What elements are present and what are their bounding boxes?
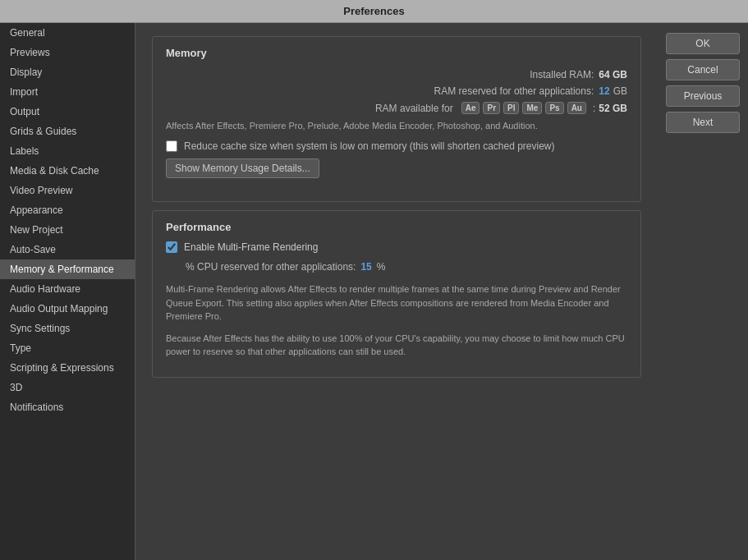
sidebar-item-sync-settings[interactable]: Sync Settings [0, 319, 135, 338]
badge-ps: Ps [545, 102, 563, 114]
sidebar-item-notifications[interactable]: Notifications [0, 397, 135, 417]
sidebar-item-video-preview[interactable]: Video Preview [0, 181, 135, 200]
performance-section-title: Performance [166, 221, 627, 233]
title-bar: Preferences [0, 0, 748, 23]
cpu-reserved-value[interactable]: 15 [360, 261, 371, 273]
installed-ram-row: Installed RAM: 64 GB [166, 69, 627, 80]
sidebar-item-labels[interactable]: Labels [0, 141, 135, 161]
ram-available-label: RAM available for [375, 103, 453, 114]
title-text: Preferences [343, 5, 404, 17]
badge-me: Me [522, 102, 542, 114]
show-memory-button[interactable]: Show Memory Usage Details... [166, 158, 319, 178]
sidebar-item-new-project[interactable]: New Project [0, 220, 135, 240]
memory-panel: Memory Installed RAM: 64 GB RAM reserved… [152, 36, 641, 202]
badge-pl: Pl [503, 102, 519, 114]
sidebar-item-memory-performance[interactable]: Memory & Performance [0, 259, 135, 279]
sidebar-item-audio-hardware[interactable]: Audio Hardware [0, 279, 135, 299]
enable-mfr-checkbox[interactable] [166, 241, 177, 253]
sidebar-item-import[interactable]: Import [0, 82, 135, 102]
affects-text: Affects After Effects, Premiere Pro, Pre… [166, 121, 627, 131]
content-area: Memory Installed RAM: 64 GB RAM reserved… [135, 23, 658, 560]
right-buttons: OK Cancel Previous Next [658, 23, 748, 560]
badge-ae: Ae [461, 102, 480, 114]
next-button[interactable]: Next [666, 112, 740, 133]
ram-available-separator: : [593, 103, 595, 114]
cpu-reserved-label: % CPU reserved for other applications: [186, 261, 356, 273]
sidebar-item-display[interactable]: Display [0, 62, 135, 82]
ok-button[interactable]: OK [666, 33, 740, 54]
ram-available-row: RAM available for Ae Pr Pl Me Ps Au : 52… [166, 102, 627, 114]
memory-section-title: Memory [166, 47, 627, 59]
sidebar-item-audio-output-mapping[interactable]: Audio Output Mapping [0, 299, 135, 319]
cpu-reserved-unit: % [377, 261, 386, 273]
ram-reserved-unit: GB [613, 85, 627, 97]
ram-reserved-label: RAM reserved for other applications: [434, 85, 594, 97]
installed-ram-value: 64 GB [599, 69, 627, 80]
reduce-cache-row: Reduce cache size when system is low on … [166, 140, 627, 152]
sidebar-item-auto-save[interactable]: Auto-Save [0, 240, 135, 259]
performance-panel: Performance Enable Multi-Frame Rendering… [152, 210, 641, 378]
badge-pr: Pr [483, 102, 500, 114]
badge-au: Au [567, 102, 586, 114]
enable-mfr-label: Enable Multi-Frame Rendering [184, 241, 318, 253]
sidebar: GeneralPreviewsDisplayImportOutputGrids … [0, 23, 135, 560]
perf-text-1: Multi-Frame Rendering allows After Effec… [166, 282, 627, 324]
ram-available-value: 52 GB [599, 103, 627, 114]
ram-reserved-value[interactable]: 12 [599, 85, 609, 97]
sidebar-item-appearance[interactable]: Appearance [0, 200, 135, 220]
reduce-cache-label: Reduce cache size when system is low on … [184, 140, 555, 152]
app-badges: Ae Pr Pl Me Ps Au [461, 102, 586, 114]
cpu-reserved-row: % CPU reserved for other applications: 1… [186, 261, 627, 273]
installed-ram-label: Installed RAM: [530, 69, 594, 80]
enable-mfr-row: Enable Multi-Frame Rendering [166, 241, 627, 253]
sidebar-item-previews[interactable]: Previews [0, 43, 135, 62]
sidebar-item-output[interactable]: Output [0, 102, 135, 122]
sidebar-item-scripting-expressions[interactable]: Scripting & Expressions [0, 358, 135, 378]
previous-button[interactable]: Previous [666, 85, 740, 107]
ram-reserved-row: RAM reserved for other applications: 12 … [166, 85, 627, 97]
reduce-cache-checkbox[interactable] [166, 140, 177, 152]
cancel-button[interactable]: Cancel [666, 59, 740, 80]
sidebar-item-3d[interactable]: 3D [0, 378, 135, 397]
sidebar-item-general[interactable]: General [0, 23, 135, 43]
sidebar-item-grids-guides[interactable]: Grids & Guides [0, 122, 135, 141]
sidebar-item-media-disk-cache[interactable]: Media & Disk Cache [0, 161, 135, 181]
sidebar-item-type[interactable]: Type [0, 338, 135, 358]
perf-text-2: Because After Effects has the ability to… [166, 332, 627, 359]
